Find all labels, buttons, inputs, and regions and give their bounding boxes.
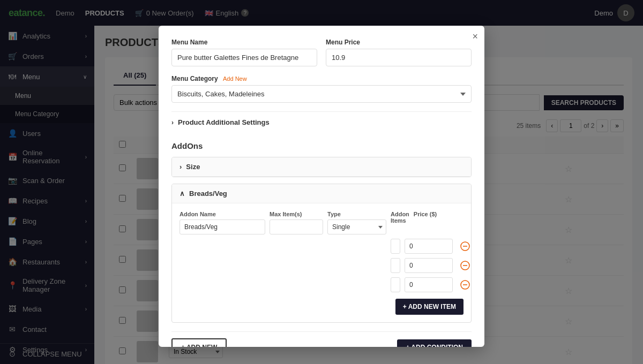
name-price-row: Menu Name Menu Price xyxy=(171,39,472,75)
addon-items-col-label: Addon Items xyxy=(391,211,409,224)
addon-item-name-input[interactable] xyxy=(391,277,400,292)
menu-name-field: Menu Name xyxy=(171,39,317,66)
chevron-down-icon: ∧ xyxy=(180,189,185,198)
addon-group-body: Addon Name Max Item(s) Type Single Multi… xyxy=(172,203,471,322)
menu-price-input[interactable] xyxy=(326,49,472,66)
product-additional-toggle[interactable]: › Product Additional Settings xyxy=(171,111,472,133)
price-col-label: Price ($) xyxy=(414,211,462,217)
remove-item-button[interactable] xyxy=(457,261,472,270)
addons-title: AddOns xyxy=(171,141,472,150)
modal-overlay[interactable]: × Menu Name Menu Price Menu Category Add… xyxy=(0,0,643,364)
minus-circle-icon xyxy=(460,241,470,251)
addon-item-name-input[interactable] xyxy=(391,239,400,254)
addon-group-size: › Size xyxy=(171,157,472,177)
type-col-label: Type xyxy=(327,211,386,217)
menu-category-select[interactable]: Biscuits, Cakes, Madeleines xyxy=(171,85,472,103)
menu-category-label: Menu Category Add New xyxy=(171,75,472,82)
add-new-item-button[interactable]: + ADD NEW ITEM xyxy=(395,299,463,315)
addon-items-container xyxy=(180,239,463,292)
addon-name-col-label: Addon Name xyxy=(180,211,265,217)
menu-price-field: Menu Price xyxy=(326,39,472,66)
remove-item-button[interactable] xyxy=(457,241,472,251)
addon-breads-toggle[interactable]: ∧ Breads/Veg xyxy=(172,184,471,203)
addon-item-price-input[interactable] xyxy=(405,258,453,273)
menu-name-label: Menu Name xyxy=(171,39,317,46)
addon-group-breads-veg: ∧ Breads/Veg Addon Name Max Item(s) Type xyxy=(171,184,472,323)
max-items-input[interactable] xyxy=(270,219,323,234)
add-condition-button[interactable]: + ADD CONDITION xyxy=(397,339,472,347)
max-items-col-label: Max Item(s) xyxy=(270,211,323,217)
minus-circle-icon xyxy=(460,280,470,290)
addon-item-row xyxy=(391,277,463,292)
menu-name-input[interactable] xyxy=(171,49,317,66)
addon-size-toggle[interactable]: › Size xyxy=(172,157,471,177)
menu-category-field: Menu Category Add New Biscuits, Cakes, M… xyxy=(171,75,472,103)
addon-item-name-input[interactable] xyxy=(391,258,400,273)
remove-item-button[interactable] xyxy=(457,280,472,290)
addon-name-input[interactable] xyxy=(180,219,265,234)
chevron-right-icon: › xyxy=(180,163,182,171)
addon-headers: Addon Name Max Item(s) Type Single Multi… xyxy=(180,211,463,234)
edit-product-modal: × Menu Name Menu Price Menu Category Add… xyxy=(159,26,484,347)
modal-close-button[interactable]: × xyxy=(472,31,478,42)
type-select[interactable]: Single Multiple xyxy=(327,219,386,234)
addon-item-price-input[interactable] xyxy=(405,239,453,254)
modal-footer: + ADD NEW + ADD CONDITION xyxy=(171,331,472,347)
add-new-button[interactable]: + ADD NEW xyxy=(171,338,227,347)
add-category-link[interactable]: Add New xyxy=(223,75,247,82)
clearfix: + ADD NEW ITEM xyxy=(180,297,463,315)
addon-item-price-input[interactable] xyxy=(405,277,453,292)
minus-circle-icon xyxy=(460,261,470,270)
chevron-right-icon: › xyxy=(171,119,174,126)
menu-price-label: Menu Price xyxy=(326,39,472,46)
addon-item-row xyxy=(391,239,463,254)
addon-item-row xyxy=(391,258,463,273)
